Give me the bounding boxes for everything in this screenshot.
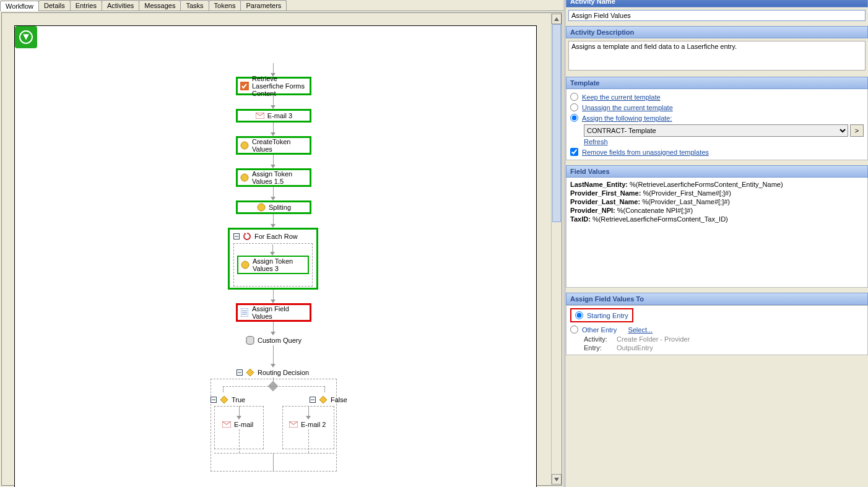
node-false[interactable]: False: [310, 395, 347, 405]
tab-bar: Workflow Details Entries Activities Mess…: [0, 0, 563, 11]
checkbox-remove-fields[interactable]: Remove fields from unassigned templates: [570, 147, 864, 157]
field-value-row: LastName_Entity: %(RetrieveLaserficheFor…: [570, 180, 864, 189]
node-assign-field-values[interactable]: Assign Field Values: [236, 303, 311, 322]
email-icon: [255, 111, 265, 121]
svg-point-2: [241, 142, 248, 149]
node-label: Assign Field Values: [252, 305, 308, 320]
template-browse-button[interactable]: >: [850, 124, 864, 137]
token-icon: [240, 260, 250, 270]
token-icon: [240, 140, 250, 150]
diamond-icon: [318, 395, 328, 405]
node-create-token[interactable]: CreateToken Values: [236, 136, 311, 155]
field-value-row: Provider_First_Name: %(Provider_First_Na…: [570, 189, 864, 197]
tab-messages[interactable]: Messages: [139, 0, 181, 11]
section-assign-to: Assign Field Values To: [566, 293, 868, 305]
field-values-body: LastName_Entity: %(RetrieveLaserficheFor…: [566, 178, 868, 288]
node-label: Assign Token Values 1.5: [252, 170, 308, 185]
collapse-icon[interactable]: [310, 397, 316, 403]
node-label: E-mail 2: [301, 421, 326, 428]
node-label: For Each Row: [254, 233, 298, 240]
field-value-row: Provider_Last_Name: %(Provider_Last_Name…: [570, 197, 864, 206]
canvas-wrapper: Retrieve Laserfiche Forms Content E-mail…: [1, 12, 562, 486]
radio-assign-template[interactable]: Assign the following template:: [570, 113, 864, 123]
node-true[interactable]: True: [210, 395, 245, 405]
node-assign-token-15[interactable]: Assign Token Values 1.5: [236, 168, 311, 187]
node-label: E-mail 3: [267, 112, 292, 119]
other-entry-activity: Activity: Create Folder - Provider: [584, 335, 864, 343]
collapse-icon[interactable]: [210, 397, 217, 403]
properties-pane: Activity Name Activity Description Templ…: [563, 0, 868, 487]
node-for-each[interactable]: For Each Row Assign Token Values 3: [228, 228, 318, 290]
scroll-thumb[interactable]: [552, 24, 561, 222]
node-label: Custom Query: [258, 337, 302, 344]
section-activity-name: Activity Name: [566, 0, 868, 7]
node-routing[interactable]: Routing Decision: [237, 368, 309, 377]
node-label: Routing Decision: [258, 369, 309, 376]
node-label: Retrieve Laserfiche Forms Content: [252, 75, 308, 97]
tab-details[interactable]: Details: [38, 0, 71, 11]
node-label: True: [232, 396, 245, 403]
radio-other-entry[interactable]: Other Entry Select...: [570, 324, 864, 335]
node-email[interactable]: E-mail: [222, 420, 253, 429]
node-email3[interactable]: E-mail 3: [236, 109, 311, 123]
token-icon: [240, 173, 250, 183]
section-activity-description: Activity Description: [566, 26, 868, 38]
radio-keep-template[interactable]: Keep the current template: [570, 92, 864, 102]
loop-icon: [242, 231, 252, 241]
node-label: E-mail: [234, 421, 253, 428]
start-arrow-icon: [19, 30, 33, 44]
node-custom-query[interactable]: Custom Query: [245, 335, 302, 345]
left-pane: Workflow Details Entries Activities Mess…: [0, 0, 563, 487]
tab-activities[interactable]: Activities: [102, 0, 139, 11]
scroll-up-icon[interactable]: [552, 14, 562, 24]
canvas-scrollbar[interactable]: [551, 14, 562, 485]
svg-point-4: [258, 204, 265, 211]
tab-tasks[interactable]: Tasks: [180, 0, 209, 11]
node-spliting[interactable]: Spliting: [236, 200, 311, 214]
node-retrieve-forms[interactable]: Retrieve Laserfiche Forms Content: [236, 77, 311, 95]
tab-entries[interactable]: Entries: [70, 0, 102, 11]
tab-workflow[interactable]: Workflow: [0, 1, 39, 11]
template-body: Keep the current template Unassign the c…: [566, 89, 868, 160]
form-icon: [240, 308, 250, 317]
database-icon: [245, 335, 255, 345]
token-icon: [256, 202, 266, 212]
scroll-down-icon[interactable]: [552, 474, 562, 485]
email-icon: [222, 420, 232, 429]
node-label: Spliting: [269, 204, 291, 211]
section-field-values: Field Values: [566, 165, 868, 178]
other-entry-entry: Entry: OutputEntry: [584, 343, 864, 352]
node-assign-token-3[interactable]: Assign Token Values 3: [237, 256, 309, 274]
diamond-icon: [219, 395, 229, 405]
svg-point-3: [241, 174, 248, 181]
node-label: False: [331, 396, 347, 403]
assign-to-body: Starting Entry Other Entry Select... Act…: [566, 305, 868, 355]
check-icon: [240, 81, 250, 91]
svg-point-6: [241, 261, 249, 269]
activity-description-input[interactable]: [568, 41, 866, 71]
refresh-link[interactable]: Refresh: [584, 137, 608, 147]
diamond-icon: [245, 368, 255, 377]
field-value-row: Provider_NPI: %(Concatenate NPI#[;]#): [570, 206, 864, 215]
collapse-icon[interactable]: [237, 369, 243, 376]
node-label: Assign Token Values 3: [253, 257, 306, 272]
scroll-track[interactable]: [552, 24, 562, 474]
field-value-row: TaxID: %(RetrieveLaserficheFormsContent_…: [570, 215, 864, 223]
select-entry-link[interactable]: Select...: [628, 326, 653, 334]
start-node[interactable]: [15, 26, 37, 48]
workflow-canvas[interactable]: Retrieve Laserfiche Forms Content E-mail…: [14, 25, 537, 487]
node-email2[interactable]: E-mail 2: [289, 420, 326, 429]
tab-parameters[interactable]: Parameters: [240, 0, 287, 11]
radio-starting-entry[interactable]: Starting Entry: [570, 308, 633, 322]
tab-tokens[interactable]: Tokens: [209, 0, 241, 11]
email-icon: [289, 420, 298, 429]
node-label: CreateToken Values: [252, 138, 308, 153]
activity-name-input[interactable]: [568, 10, 866, 21]
collapse-icon[interactable]: [233, 233, 240, 239]
template-select[interactable]: CONTRACT- Template: [584, 124, 848, 137]
section-template: Template: [566, 77, 868, 89]
radio-unassign-template[interactable]: Unassign the current template: [570, 102, 864, 113]
